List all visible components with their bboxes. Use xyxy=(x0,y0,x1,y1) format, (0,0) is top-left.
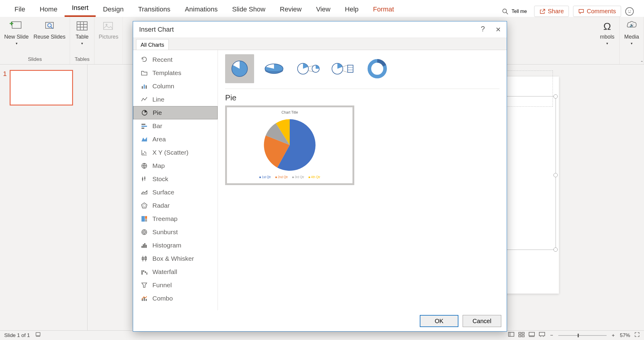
subtype-doughnut[interactable] xyxy=(363,54,392,83)
svg-point-41 xyxy=(144,151,145,153)
table-button[interactable]: Table ▾ xyxy=(74,20,90,46)
dialog-title: Insert Chart xyxy=(139,26,174,33)
nav-recent[interactable]: Recent xyxy=(133,53,218,66)
nav-combo[interactable]: Combo xyxy=(133,292,218,305)
svg-rect-28 xyxy=(539,332,545,336)
media-button[interactable]: 🔊 Media ▾ xyxy=(624,20,639,46)
chart-preview[interactable]: Chart Title 1st Qtr 2nd Qtr 3rd Qtr 4th … xyxy=(225,105,354,185)
pictures-button[interactable]: Pictures xyxy=(99,20,118,40)
chevron-down-icon: ▾ xyxy=(606,41,608,46)
tab-home[interactable]: Home xyxy=(32,2,65,17)
chevron-down-icon: ▾ xyxy=(81,41,83,46)
treemap-icon xyxy=(140,215,148,223)
comments-label: Comments xyxy=(587,8,616,15)
nav-area[interactable]: Area xyxy=(133,133,218,146)
svg-point-3 xyxy=(630,10,631,11)
svg-rect-71 xyxy=(144,297,145,301)
recent-icon xyxy=(140,56,148,64)
cancel-button[interactable]: Cancel xyxy=(463,315,501,327)
funnel-icon xyxy=(140,281,148,289)
subtype-3d-pie[interactable] xyxy=(260,54,289,83)
sunburst-icon xyxy=(140,228,148,236)
resize-handle-icon[interactable] xyxy=(553,94,558,99)
tab-review[interactable]: Review xyxy=(273,2,309,17)
subtype-bar-of-pie[interactable] xyxy=(328,54,357,83)
tab-animations[interactable]: Animations xyxy=(177,2,225,17)
slide-thumbnails-panel: 1 xyxy=(0,65,88,330)
slide-thumb xyxy=(10,70,73,105)
symbols-button[interactable]: Ω mbols ▾ xyxy=(599,20,615,46)
new-slide-button[interactable]: New Slide ▾ xyxy=(4,20,29,46)
nav-column[interactable]: Column xyxy=(133,80,218,93)
svg-rect-18 xyxy=(36,332,40,336)
tell-me-search[interactable]: Tell me xyxy=(499,6,530,17)
nav-pie[interactable]: Pie xyxy=(133,106,218,119)
tab-help[interactable]: Help xyxy=(338,2,366,17)
ok-button[interactable]: OK xyxy=(420,315,458,327)
zoom-out-button[interactable]: − xyxy=(549,332,554,338)
view-sorter-icon[interactable] xyxy=(518,332,524,339)
fit-to-window-icon[interactable] xyxy=(634,332,640,339)
feedback-smiley-icon[interactable] xyxy=(625,7,634,16)
svg-rect-45 xyxy=(142,178,143,180)
histogram-icon xyxy=(140,241,148,249)
tab-all-charts[interactable]: All Charts xyxy=(136,39,169,50)
nav-line[interactable]: Line xyxy=(133,93,218,106)
view-normal-icon[interactable] xyxy=(508,332,514,339)
subtype-pie-of-pie[interactable] xyxy=(294,54,323,83)
tab-slideshow[interactable]: Slide Show xyxy=(225,2,273,17)
ribbon-group-tables: Table ▾ Tables xyxy=(70,17,94,64)
resize-handle-icon[interactable] xyxy=(553,247,558,252)
surface-chart-icon xyxy=(140,188,148,196)
pictures-label: Pictures xyxy=(99,34,118,40)
tab-insert[interactable]: Insert xyxy=(65,1,96,17)
subtype-pie[interactable] xyxy=(225,54,254,83)
line-chart-icon xyxy=(140,96,148,103)
tab-file[interactable]: File xyxy=(7,2,32,17)
tab-format[interactable]: Format xyxy=(366,2,401,17)
pie-chart-icon xyxy=(141,109,148,117)
stock-chart-icon xyxy=(140,175,148,183)
view-slideshow-icon[interactable] xyxy=(539,332,545,339)
nav-sunburst[interactable]: Sunburst xyxy=(133,225,218,239)
resize-handle-icon[interactable] xyxy=(553,173,558,177)
notes-icon[interactable] xyxy=(35,332,41,339)
comments-button[interactable]: Comments xyxy=(573,6,621,17)
zoom-percent[interactable]: 57% xyxy=(620,332,630,338)
svg-rect-84 xyxy=(348,65,353,72)
nav-surface[interactable]: Surface xyxy=(133,186,218,199)
svg-rect-67 xyxy=(143,270,144,272)
nav-box-whisker[interactable]: Box & Whisker xyxy=(133,252,218,265)
svg-rect-26 xyxy=(529,332,534,336)
nav-funnel[interactable]: Funnel xyxy=(133,279,218,292)
nav-templates[interactable]: Templates xyxy=(133,66,218,80)
zoom-in-button[interactable]: + xyxy=(611,332,616,338)
chevron-down-icon: ▾ xyxy=(16,41,18,46)
nav-scatter[interactable]: X Y (Scatter) xyxy=(133,146,218,159)
nav-radar[interactable]: Radar xyxy=(133,199,218,212)
view-reading-icon[interactable] xyxy=(529,332,535,339)
chart-subtype-row xyxy=(225,54,499,89)
svg-point-2 xyxy=(628,10,629,11)
nav-treemap[interactable]: Treemap xyxy=(133,212,218,225)
help-icon[interactable]: ? xyxy=(481,25,485,34)
nav-map[interactable]: Map xyxy=(133,159,218,172)
nav-histogram[interactable]: Histogram xyxy=(133,239,218,252)
svg-line-1 xyxy=(506,12,508,14)
tab-design[interactable]: Design xyxy=(96,2,131,17)
nav-waterfall[interactable]: Waterfall xyxy=(133,265,218,279)
nav-stock[interactable]: Stock xyxy=(133,172,218,186)
svg-rect-24 xyxy=(519,335,521,337)
close-icon[interactable]: × xyxy=(496,25,501,34)
reuse-slides-button[interactable]: Reuse Slides xyxy=(33,20,65,40)
share-button[interactable]: Share xyxy=(534,6,569,17)
zoom-slider[interactable] xyxy=(558,335,607,336)
nav-bar[interactable]: Bar xyxy=(133,119,218,133)
svg-point-8 xyxy=(48,24,51,27)
tab-transitions[interactable]: Transitions xyxy=(131,2,178,17)
tab-view[interactable]: View xyxy=(309,2,338,17)
slide-thumbnail-1[interactable]: 1 xyxy=(3,70,84,105)
status-bar: Slide 1 of 1 − + 57% xyxy=(0,330,644,340)
svg-rect-35 xyxy=(142,124,145,125)
pie-chart-preview-icon xyxy=(261,116,318,174)
